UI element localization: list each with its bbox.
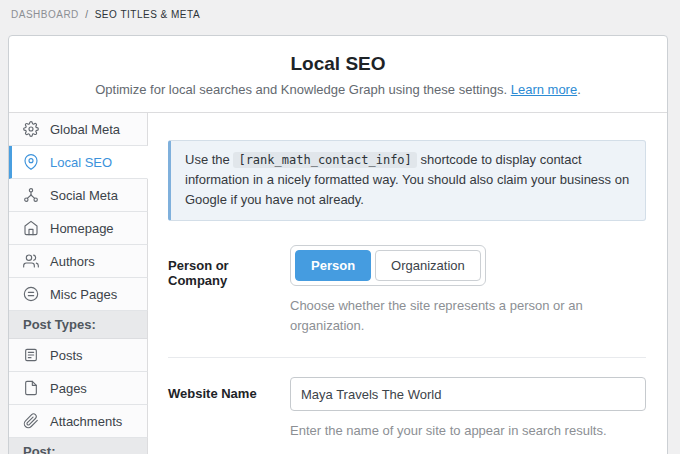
learn-more-link[interactable]: Learn more — [511, 82, 577, 97]
sidebar-item-attachments[interactable]: Attachments — [9, 405, 148, 438]
settings-body: Global MetaLocal SEOSocial MetaHomepageA… — [9, 113, 667, 454]
person-or-company-row: Person or Company Person Organization Ch… — [168, 245, 646, 335]
gear-icon — [23, 121, 39, 137]
sidebar-item-pages[interactable]: Pages — [9, 372, 148, 405]
settings-content: Use the [rank_math_contact_info] shortco… — [148, 113, 667, 454]
subtitle-period: . — [577, 82, 581, 97]
location-pin-icon — [23, 154, 39, 170]
breadcrumb-current: SEO TITLES & META — [95, 9, 200, 20]
website-name-help: Enter the name of your site to appear in… — [290, 421, 646, 441]
page-icon — [23, 380, 39, 396]
sidebar-item-label: Pages — [50, 381, 87, 396]
person-or-company-field: Person Organization Choose whether the s… — [290, 245, 646, 335]
home-icon — [23, 220, 39, 236]
settings-card: Local SEO Optimize for local searches an… — [8, 35, 668, 454]
website-name-field: Enter the name of your site to appear in… — [290, 377, 646, 441]
sidebar-item-global-meta[interactable]: Global Meta — [9, 113, 148, 146]
sidebar-item-misc-pages[interactable]: Misc Pages — [9, 278, 148, 311]
sidebar-item-label: Global Meta — [50, 122, 120, 137]
sidebar-section-post-types: Post Types: — [9, 311, 148, 339]
sidebar-item-local-seo[interactable]: Local SEO — [9, 146, 148, 179]
breadcrumb: DASHBOARD / SEO TITLES & META — [0, 0, 680, 20]
website-name-row: Website Name Enter the name of your site… — [168, 377, 646, 441]
sidebar-item-label: Local SEO — [50, 155, 112, 170]
breadcrumb-dashboard-link[interactable]: DASHBOARD — [11, 9, 79, 20]
shortcode-chip: [rank_math_contact_info] — [233, 152, 416, 168]
sidebar-item-authors[interactable]: Authors — [9, 245, 148, 278]
shortcode-notice: Use the [rank_math_contact_info] shortco… — [168, 140, 646, 221]
sidebar-item-label: Misc Pages — [50, 287, 117, 302]
notice-text-before: Use the — [185, 152, 233, 167]
row-divider — [168, 357, 646, 358]
sidebar-item-social-meta[interactable]: Social Meta — [9, 179, 148, 212]
paperclip-icon — [23, 413, 39, 429]
users-icon — [23, 253, 39, 269]
sidebar-item-label: Homepage — [50, 221, 114, 236]
sidebar-item-homepage[interactable]: Homepage — [9, 212, 148, 245]
person-or-company-label: Person or Company — [168, 245, 290, 335]
page-subtitle: Optimize for local searches and Knowledg… — [29, 82, 647, 97]
page-title: Local SEO — [29, 53, 647, 75]
list-circle-icon — [23, 286, 39, 302]
post-icon — [23, 347, 39, 363]
person-toggle-button[interactable]: Person — [295, 250, 371, 281]
sidebar-section-post: Post: — [9, 438, 148, 454]
breadcrumb-separator: / — [85, 9, 88, 20]
sidebar-item-label: Authors — [50, 254, 95, 269]
share-network-icon — [23, 187, 39, 203]
organization-toggle-button[interactable]: Organization — [375, 250, 481, 281]
website-name-label: Website Name — [168, 377, 290, 441]
sidebar-item-label: Social Meta — [50, 188, 118, 203]
page-subtitle-text: Optimize for local searches and Knowledg… — [95, 82, 507, 97]
person-company-toggle: Person Organization — [290, 245, 486, 286]
sidebar-item-label: Posts — [50, 348, 83, 363]
settings-header: Local SEO Optimize for local searches an… — [9, 36, 667, 113]
sidebar-item-posts[interactable]: Posts — [9, 339, 148, 372]
website-name-input[interactable] — [290, 377, 646, 411]
sidebar-item-label: Attachments — [50, 414, 122, 429]
person-or-company-help: Choose whether the site represents a per… — [290, 296, 646, 335]
settings-sidebar: Global MetaLocal SEOSocial MetaHomepageA… — [9, 113, 148, 454]
